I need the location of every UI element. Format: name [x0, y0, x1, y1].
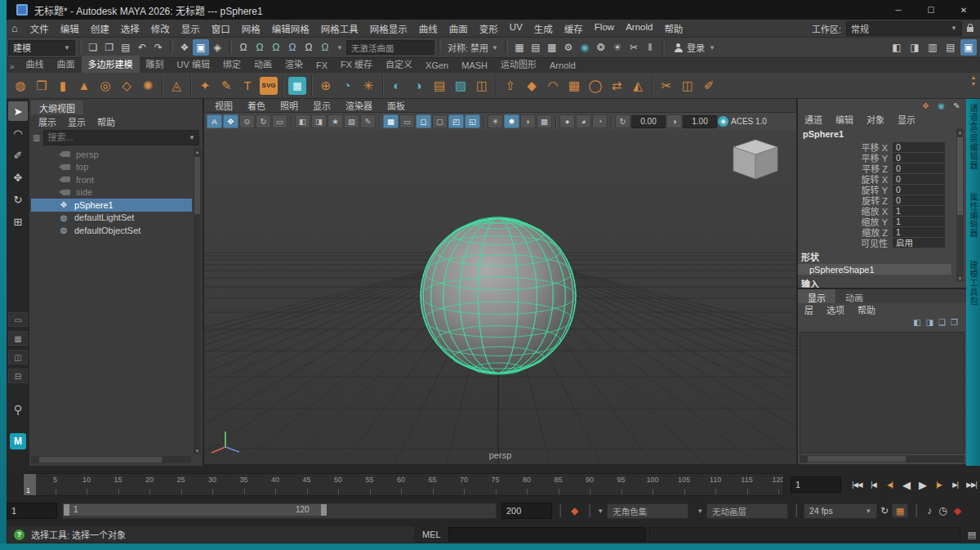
- anti-alias-icon[interactable]: ▩: [537, 114, 552, 128]
- select-hierarchy-icon[interactable]: ❖: [176, 39, 193, 56]
- close-button[interactable]: ✕: [947, 0, 980, 20]
- maximize-button[interactable]: ☐: [915, 0, 947, 20]
- shelf-tab-14[interactable]: Arnold: [543, 59, 582, 73]
- chevron-down-icon[interactable]: ▼: [597, 508, 604, 515]
- insert-edge-loop-icon[interactable]: ◫: [677, 75, 698, 96]
- lasso-tool[interactable]: ◠: [8, 123, 28, 143]
- scroll-up-icon[interactable]: ▲: [194, 148, 201, 155]
- outliner-filter-icon[interactable]: ▥: [33, 133, 40, 142]
- undo-icon[interactable]: ↶: [134, 39, 150, 56]
- snap-curve-icon[interactable]: Ω: [252, 39, 268, 56]
- scroll-down-icon[interactable]: ▼: [956, 275, 964, 282]
- workspace-lock-icon[interactable]: [967, 27, 973, 32]
- two-pane-stack-layout-button[interactable]: ⊟: [8, 369, 28, 383]
- menu-item-10[interactable]: 网格显示: [364, 22, 413, 35]
- outliner-item-persp[interactable]: persp: [31, 148, 192, 161]
- go-to-start-button[interactable]: |◀◀: [849, 476, 865, 493]
- playhead[interactable]: 1: [24, 474, 36, 495]
- shelf-tab-5[interactable]: 绑定: [216, 56, 247, 73]
- bridge-icon[interactable]: ◠: [542, 75, 564, 96]
- channel-attribute-value[interactable]: 0: [893, 163, 945, 173]
- combine-icon[interactable]: ◐: [386, 75, 408, 96]
- animation-preferences-button[interactable]: ▦: [892, 503, 908, 518]
- snap-point-icon[interactable]: Ω: [268, 39, 284, 56]
- step-forward-frame-button[interactable]: |▶: [931, 476, 947, 493]
- outliner-item-defaultlightset[interactable]: ◍defaultLightSet: [31, 212, 192, 225]
- pause-viewport-icon[interactable]: ‖: [642, 39, 658, 56]
- symmetry-selector[interactable]: 对称: 禁用 ▼: [444, 41, 501, 54]
- gamma-field[interactable]: 1.00: [683, 115, 717, 128]
- scale-tool[interactable]: ⊞: [8, 212, 28, 231]
- text-tool-icon[interactable]: T: [237, 75, 258, 96]
- command-language-toggle[interactable]: MEL: [415, 525, 448, 543]
- channel-attribute-value[interactable]: 1: [893, 217, 945, 226]
- zoom-tool-button[interactable]: ⚲: [9, 400, 27, 418]
- gate-mask-icon[interactable]: ▢: [432, 114, 448, 128]
- menu-item-4[interactable]: 修改: [145, 22, 176, 35]
- save-scene-icon[interactable]: ▤: [118, 39, 134, 56]
- select-object-icon[interactable]: ▣: [193, 39, 209, 56]
- attribute-editor-toggle-icon[interactable]: ▥: [924, 39, 941, 56]
- channel-attribute-value[interactable]: 1: [893, 227, 945, 237]
- channel-box-menu-1[interactable]: 编辑: [829, 113, 860, 126]
- four-pane-layout-button[interactable]: ▦: [8, 331, 28, 346]
- current-frame-field[interactable]: [791, 476, 841, 493]
- curve-star-icon[interactable]: ✦: [194, 75, 216, 96]
- camera-attributes-icon[interactable]: ◨: [311, 114, 327, 128]
- workspace-selector[interactable]: 常规 ▼: [846, 21, 962, 36]
- layer-editor-hscrollbar[interactable]: [800, 455, 964, 463]
- shelf-tab-12[interactable]: MASH: [455, 59, 494, 73]
- fps-dropdown[interactable]: 24 fps ▼: [804, 503, 877, 519]
- viewport-menu-5[interactable]: 面板: [380, 99, 412, 112]
- channel-box-menu-0[interactable]: 通道: [798, 113, 829, 126]
- reduce-icon[interactable]: ▨: [450, 75, 471, 96]
- shelf-tab-13[interactable]: 运动图形: [494, 56, 543, 73]
- menu-item-7[interactable]: 网格: [236, 22, 266, 35]
- svg-tool-icon[interactable]: SVG: [260, 77, 278, 95]
- layer-editor-menu-2[interactable]: 帮助: [851, 303, 882, 316]
- command-output[interactable]: [649, 527, 960, 542]
- channel-box-menu-3[interactable]: 显示: [891, 113, 922, 126]
- menu-item-0[interactable]: 文件: [24, 22, 55, 35]
- viewport-track-icon[interactable]: ✥: [223, 114, 238, 128]
- menu-item-5[interactable]: 显示: [176, 22, 206, 35]
- viewport-dolly-icon[interactable]: ⊙: [239, 114, 255, 128]
- move-to-origin-icon[interactable]: ✳: [358, 75, 379, 96]
- channel-box-menu-2[interactable]: 对象: [860, 113, 891, 126]
- polygon-plane-icon[interactable]: ◇: [116, 75, 137, 96]
- shelf-tab-10[interactable]: 自定义: [379, 56, 419, 73]
- grid-toggle-icon[interactable]: ▦: [383, 114, 399, 128]
- shaded-display-icon[interactable]: ●: [559, 114, 575, 128]
- hypershade-icon[interactable]: ◉: [577, 39, 593, 56]
- snap-grid-icon[interactable]: Ω: [235, 39, 252, 56]
- mirror-icon[interactable]: ◫: [471, 75, 492, 96]
- viewport-menu-4[interactable]: 渲染器: [338, 99, 380, 112]
- go-to-end-button[interactable]: ▶▶|: [964, 476, 979, 493]
- textured-display-icon[interactable]: ◕: [576, 114, 591, 128]
- camera-icon[interactable]: ◧: [295, 114, 310, 128]
- add-divisions-icon[interactable]: ▦: [564, 75, 585, 96]
- menu-item-14[interactable]: UV: [504, 22, 528, 35]
- menu-item-8[interactable]: 编辑网格: [266, 22, 315, 35]
- chevron-down-icon[interactable]: ▼: [336, 44, 343, 51]
- shelf-tab-8[interactable]: FX: [310, 59, 334, 73]
- viewport-canvas[interactable]: [204, 130, 796, 464]
- chevron-down-icon[interactable]: ▼: [189, 134, 198, 141]
- viewport-menu-0[interactable]: 视图: [207, 99, 240, 112]
- outliner-hscrollbar[interactable]: [31, 456, 191, 463]
- bookmark-icon[interactable]: ★: [327, 114, 343, 128]
- all-lights-icon[interactable]: ✹: [504, 114, 519, 128]
- new-scene-icon[interactable]: ❏: [85, 39, 101, 56]
- platonic-solid-icon[interactable]: ◬: [166, 75, 187, 96]
- render-setup-icon[interactable]: ❂: [593, 39, 609, 56]
- search-input[interactable]: [44, 132, 189, 142]
- move-tool[interactable]: ✥: [8, 168, 28, 187]
- play-forwards-button[interactable]: ▶: [915, 476, 930, 493]
- polygon-disc-icon[interactable]: ✺: [137, 75, 158, 96]
- channel-object-name[interactable]: pSphere1: [798, 126, 966, 141]
- extrude-icon[interactable]: ⇧: [500, 75, 521, 96]
- outliner-menu-2[interactable]: 帮助: [91, 115, 121, 128]
- psphere1-object[interactable]: [421, 217, 576, 374]
- shelf-tab-1[interactable]: 曲面: [51, 56, 82, 73]
- minimize-button[interactable]: ─: [882, 0, 915, 20]
